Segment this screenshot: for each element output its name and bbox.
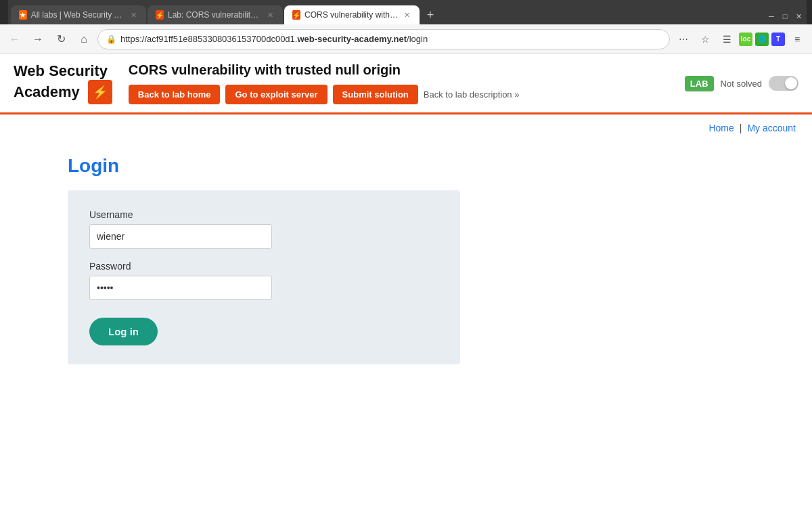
login-card: Username Password Log in <box>68 190 460 364</box>
submit-solution-button[interactable]: Submit solution <box>333 85 418 104</box>
login-heading: Login <box>68 155 744 177</box>
reload-button[interactable]: ↻ <box>51 30 70 49</box>
extension-icon2[interactable]: 🌐 <box>755 33 769 46</box>
new-tab-button[interactable]: + <box>421 5 440 24</box>
page-header: Web Security Academy ⚡ CORS vulnerabilit… <box>0 54 812 114</box>
page-content: Web Security Academy ⚡ CORS vulnerabilit… <box>0 54 812 461</box>
forward-button[interactable]: → <box>28 30 47 49</box>
url-text: https://acf91ff51e8853308036153700dc00d1… <box>120 34 428 44</box>
bookmark-button[interactable]: ☆ <box>696 30 715 49</box>
nav-separator: | <box>740 123 742 133</box>
tab-alllabs[interactable]: ★ All labs | Web Security Acade... ✕ <box>11 5 146 24</box>
security-lock-icon: 🔒 <box>106 35 116 44</box>
tab-lab[interactable]: ⚡ Lab: CORS vulnerability with tr... ✕ <box>148 5 283 24</box>
solved-toggle[interactable] <box>769 76 798 91</box>
tab-close-lab[interactable]: ✕ <box>266 9 275 20</box>
home-link[interactable]: Home <box>708 123 734 133</box>
back-to-lab-button[interactable]: Back to lab home <box>129 85 221 104</box>
my-account-link[interactable]: My account <box>747 123 796 133</box>
password-label: Password <box>89 261 438 272</box>
page-nav: Home | My account <box>0 114 812 142</box>
lab-actions: Back to lab home Go to exploit server Su… <box>129 85 669 104</box>
tabs-bar: ★ All labs | Web Security Acade... ✕ ⚡ L… <box>8 0 807 24</box>
extension-icon3[interactable]: T <box>771 33 785 46</box>
main-content: Login Username Password Log in <box>0 142 812 378</box>
extension-local[interactable]: loc <box>739 33 752 46</box>
lab-status: LAB Not solved <box>685 76 798 91</box>
extensions-button[interactable]: ⋯ <box>674 30 693 49</box>
restore-button[interactable]: □ <box>780 11 790 22</box>
tab-favicon-cors: ⚡ <box>292 10 300 20</box>
title-bar: ★ All labs | Web Security Acade... ✕ ⚡ L… <box>0 0 812 24</box>
logo-area: Web Security Academy ⚡ <box>14 62 112 104</box>
password-group: Password <box>89 261 438 300</box>
nav-bar: ← → ↻ ⌂ 🔒 https://acf91ff51e885330803615… <box>0 24 812 54</box>
url-domain: web-security-academy.net <box>297 34 407 44</box>
username-input[interactable] <box>89 224 272 249</box>
tab-favicon-lab: ⚡ <box>156 10 164 20</box>
tab-title-lab: Lab: CORS vulnerability with tr... <box>168 10 262 20</box>
logo-line1: Web Security <box>14 62 112 80</box>
username-label: Username <box>89 209 438 220</box>
exploit-server-button[interactable]: Go to exploit server <box>225 85 327 104</box>
logo-badge: ⚡ <box>88 80 112 104</box>
logo-line2: Academy ⚡ <box>14 80 112 104</box>
close-button[interactable]: ✕ <box>793 11 804 22</box>
toggle-knob <box>785 77 797 89</box>
url-prefix: https://acf91ff51e8853308036153700dc00d1… <box>120 34 297 44</box>
lab-title: CORS vulnerability with trusted null ori… <box>129 62 669 78</box>
url-path: /login <box>407 34 428 44</box>
browser-window: ★ All labs | Web Security Acade... ✕ ⚡ L… <box>0 0 812 461</box>
login-button[interactable]: Log in <box>89 318 158 345</box>
home-button[interactable]: ⌂ <box>74 30 93 49</box>
lab-badge: LAB <box>685 76 714 91</box>
tab-cors[interactable]: ⚡ CORS vulnerability with truste... ✕ <box>284 5 420 24</box>
username-group: Username <box>89 209 438 249</box>
nav-actions: ⋯ ☆ ☰ loc 🌐 T ≡ <box>674 30 807 49</box>
back-button[interactable]: ← <box>5 30 24 49</box>
pocket-button[interactable]: ☰ <box>717 30 736 49</box>
tab-close-cors[interactable]: ✕ <box>403 9 411 20</box>
header-right: CORS vulnerability with trusted null ori… <box>129 62 669 104</box>
tab-title-cors: CORS vulnerability with truste... <box>304 10 399 20</box>
tab-favicon-alllabs: ★ <box>19 10 27 20</box>
status-text: Not solved <box>721 79 762 89</box>
minimize-button[interactable]: ─ <box>766 11 777 22</box>
tab-close-alllabs[interactable]: ✕ <box>129 9 138 20</box>
back-to-description-button[interactable]: Back to lab description » <box>424 89 520 100</box>
tab-title-alllabs: All labs | Web Security Acade... <box>31 10 125 20</box>
password-input[interactable] <box>89 276 272 300</box>
address-bar[interactable]: 🔒 https://acf91ff51e8853308036153700dc00… <box>97 29 670 49</box>
logo-text: Web Security Academy ⚡ <box>14 62 112 104</box>
menu-button[interactable]: ≡ <box>788 30 807 49</box>
